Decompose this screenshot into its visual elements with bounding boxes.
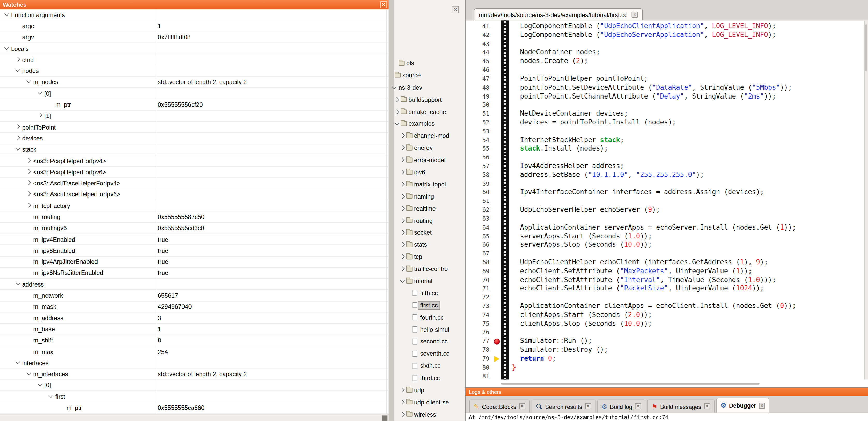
code-line-65[interactable]: 65 serverApps.Start (Seconds (1.0)); — [466, 232, 864, 241]
tree-item-sixth-cc[interactable]: sixth.cc — [394, 360, 465, 373]
line-number[interactable]: 60 — [466, 188, 493, 197]
code-line-45[interactable]: 45 nodes.Create (2); — [466, 57, 864, 66]
line-marker-margin[interactable] — [493, 276, 501, 285]
watch-row-stack[interactable]: stack — [0, 144, 389, 155]
code-text[interactable]: LogComponentEnable ("UdpEchoServerApplic… — [512, 31, 776, 39]
watch-row-ns3-asciitracehelperforipv4[interactable]: <ns3::AsciiTraceHelperForIpv4> — [0, 178, 389, 189]
tree-item-tutorial[interactable]: tutorial — [394, 276, 465, 288]
code-text[interactable]: serverApps.Stop (Seconds (10.0)); — [512, 241, 652, 250]
line-number[interactable]: 70 — [466, 276, 493, 285]
watches-close-button[interactable]: ✕ — [380, 1, 387, 8]
line-number[interactable]: 80 — [466, 363, 493, 372]
code-line-60[interactable]: 60 Ipv4InterfaceContainer interfaces = a… — [466, 188, 864, 197]
line-number[interactable]: 49 — [466, 92, 493, 101]
watch-row-0[interactable]: [0] — [0, 380, 389, 391]
line-number[interactable]: 45 — [466, 57, 493, 66]
line-number[interactable]: 58 — [466, 171, 493, 180]
tree-item-realtime[interactable]: realtime — [394, 203, 465, 215]
scrollbar-thumb[interactable] — [865, 24, 867, 71]
expander-icon[interactable] — [25, 158, 32, 164]
code-text[interactable]: UdpEchoClientHelper echoClient (interfac… — [512, 258, 768, 267]
expander-icon[interactable] — [399, 218, 406, 224]
watches-title-bar[interactable]: Watches ✕ — [0, 0, 389, 9]
expander-icon[interactable] — [394, 121, 400, 128]
tree-item-examples[interactable]: examples — [394, 118, 465, 130]
expander-icon[interactable] — [399, 205, 406, 212]
tab-close-icon[interactable]: ✕ — [759, 402, 765, 409]
watch-row-devices[interactable]: devices — [0, 133, 389, 144]
expander-icon[interactable] — [399, 145, 406, 152]
line-marker-margin[interactable] — [493, 39, 501, 48]
expander-icon[interactable] — [3, 45, 10, 52]
code-text[interactable]: return 0; — [512, 355, 556, 363]
tree-item-udp-client-se[interactable]: udp-client-se — [394, 397, 465, 409]
code-line-50[interactable]: 50 — [466, 101, 864, 110]
code-text[interactable]: pointToPoint.SetChannelAttribute ("Delay… — [512, 92, 776, 101]
expander-icon[interactable] — [399, 266, 406, 273]
code-line-59[interactable]: 59 — [466, 180, 864, 188]
code-text[interactable]: PointToPointHelper pointToPoint; — [512, 75, 648, 84]
line-number[interactable]: 42 — [466, 31, 493, 39]
expander-icon[interactable] — [14, 135, 21, 142]
editor-vertical-scrollbar[interactable] — [864, 21, 868, 379]
code-line-68[interactable]: 68 UdpEchoClientHelper echoClient (inter… — [466, 258, 864, 267]
line-number[interactable]: 75 — [466, 320, 493, 328]
expander-icon[interactable] — [14, 67, 21, 74]
watch-row-locals[interactable]: Locals — [0, 43, 389, 54]
watch-row-m-nodes[interactable]: m_nodesstd::vector of length 2, capacity… — [0, 77, 389, 88]
watch-row-m-ipv6enabled[interactable]: m_ipv6Enabledtrue — [0, 245, 389, 256]
watch-row-m-tcpfactory[interactable]: m_tcpFactory — [0, 200, 389, 211]
line-marker-margin[interactable] — [493, 92, 501, 101]
expander-icon[interactable] — [394, 97, 400, 103]
tab-debugger[interactable]: ⚙Debugger✕ — [716, 398, 769, 413]
line-marker-margin[interactable] — [493, 180, 501, 188]
watch-row-ns3-asciitracehelperforipv6[interactable]: <ns3::AsciiTraceHelperForIpv6> — [0, 189, 389, 200]
tab-search-results[interactable]: Search results✕ — [531, 399, 595, 413]
tree-item-ns-3-dev[interactable]: ns-3-dev — [394, 82, 465, 94]
code-line-54[interactable]: 54 InternetStackHelper stack; — [466, 136, 864, 144]
watch-row-m-max[interactable]: m_max254 — [0, 346, 389, 357]
code-line-62[interactable]: 62 UdpEchoServerHelper echoServer (9); — [466, 206, 864, 215]
logs-panel-title-bar[interactable]: Logs & others — [466, 388, 868, 396]
tree-item-routing[interactable]: routing — [394, 215, 465, 227]
expander-icon[interactable] — [14, 281, 21, 288]
line-number[interactable]: 47 — [466, 75, 493, 84]
code-text[interactable]: UdpEchoServerHelper echoServer (9); — [512, 206, 660, 215]
line-number[interactable]: 41 — [466, 22, 493, 31]
code-line-51[interactable]: 51 NetDeviceContainer devices; — [466, 110, 864, 119]
expander-icon[interactable] — [399, 169, 406, 176]
tab-close-icon[interactable]: ✕ — [519, 403, 525, 409]
tree-item-error-model[interactable]: error-model — [394, 154, 465, 166]
code-text[interactable]: ApplicationContainer serverApps = echoSe… — [512, 223, 796, 232]
line-marker-margin[interactable] — [493, 110, 501, 119]
line-marker-margin[interactable] — [493, 83, 501, 92]
expander-icon[interactable] — [36, 382, 43, 389]
line-number[interactable]: 67 — [466, 250, 493, 258]
line-number[interactable]: 78 — [466, 346, 493, 355]
expander-icon[interactable] — [36, 112, 43, 119]
tree-item-udp[interactable]: udp — [394, 385, 465, 397]
code-text[interactable]: nodes.Create (2); — [512, 57, 588, 66]
watch-row-m-interfaces[interactable]: m_interfacesstd::vector of length 2, cap… — [0, 369, 389, 380]
line-number[interactable]: 74 — [466, 311, 493, 320]
line-number[interactable]: 65 — [466, 232, 493, 241]
tree-item-buildsupport[interactable]: buildsupport — [394, 94, 465, 106]
tab-close-icon[interactable]: ✕ — [704, 403, 710, 409]
expander-icon[interactable] — [399, 412, 406, 418]
code-text[interactable]: } — [512, 363, 516, 372]
line-number[interactable]: 43 — [466, 39, 493, 48]
code-line-76[interactable]: 76 — [466, 328, 864, 337]
expander-icon[interactable] — [394, 108, 400, 115]
tree-item-tcp[interactable]: tcp — [394, 251, 465, 263]
code-line-69[interactable]: 69 echoClient.SetAttribute ("MaxPackets"… — [466, 267, 864, 276]
tree-item-channel-mod[interactable]: channel-mod — [394, 130, 465, 142]
line-marker-margin[interactable] — [493, 267, 501, 276]
watches-tree[interactable]: Function argumentsargc1argv0x7fffffffdf0… — [0, 9, 389, 414]
code-line-42[interactable]: 42 LogComponentEnable ("UdpEchoServerApp… — [466, 31, 864, 39]
line-number[interactable]: 57 — [466, 162, 493, 171]
code-line-73[interactable]: 73 ApplicationContainer clientApps = ech… — [466, 302, 864, 311]
tree-item-matrix-topol[interactable]: matrix-topol — [394, 179, 465, 191]
tree-panel-close-button[interactable]: ✕ — [452, 6, 459, 13]
line-marker-margin[interactable] — [493, 171, 501, 180]
line-marker-margin[interactable] — [493, 285, 501, 293]
